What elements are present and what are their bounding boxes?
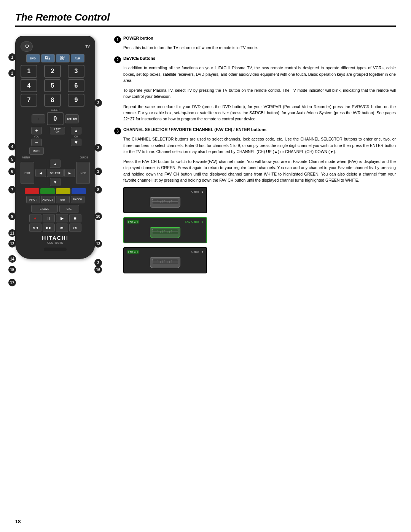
annotation-5: 5 bbox=[8, 155, 16, 163]
ff-button[interactable]: ▶▶ bbox=[43, 224, 55, 232]
sat-cbl-button[interactable]: SAT CBL bbox=[56, 54, 70, 62]
ch-label: CH bbox=[74, 135, 78, 138]
section-1-num: 1 bbox=[114, 36, 121, 43]
tv-screenshots: Cable 6 ⌇⌇⌇⌇⌇⌇⌇ bbox=[123, 187, 396, 273]
enter-button[interactable]: ENTER bbox=[65, 114, 79, 123]
nav-down-button[interactable]: ▼ bbox=[50, 178, 61, 186]
tv-screen-2-num: 6 bbox=[202, 220, 203, 224]
annotation-3b: 3 bbox=[94, 144, 102, 152]
num1-button[interactable]: 1 bbox=[21, 65, 37, 78]
avr-button[interactable]: AVR bbox=[71, 54, 84, 62]
next-button[interactable]: ⏭ bbox=[69, 224, 81, 232]
fav-ch-button[interactable]: FAV CH bbox=[71, 196, 84, 203]
nav-outer: ▲ ◄ SELECT ► ▼ bbox=[35, 160, 75, 186]
annotation-3a: 3 bbox=[94, 99, 102, 107]
num6-button[interactable]: 6 bbox=[68, 79, 84, 92]
tv-screen-2: FAV CH FAV Cable 6 ⌇⌇⌇⌇⌇⌇⌇ bbox=[123, 217, 207, 243]
annotation-4: 4 bbox=[8, 143, 16, 150]
ch-down-button[interactable]: ▼ bbox=[71, 139, 81, 146]
right-column: 1 POWER button Press this button to turn… bbox=[114, 36, 396, 279]
select-button[interactable]: SELECT bbox=[47, 169, 64, 177]
nav-right-button[interactable]: ► bbox=[64, 169, 75, 177]
section-1-title: 1 POWER button bbox=[114, 36, 396, 43]
pip-button[interactable]: ⊕/⊗ bbox=[56, 196, 70, 203]
hdmi-connector-2: ⌇⌇⌇⌇⌇⌇⌇ bbox=[150, 227, 180, 238]
colored-btns-row bbox=[21, 188, 90, 194]
play-button[interactable]: ▶ bbox=[56, 214, 68, 222]
esave-button[interactable]: E.SAVE bbox=[31, 205, 58, 212]
nav-section: EXIT ▲ ◄ SELECT ► ▼ INFO bbox=[21, 160, 90, 186]
vol-minus-button[interactable]: – bbox=[31, 139, 42, 146]
page-title: The Remote Control bbox=[15, 11, 110, 23]
mute-button[interactable]: MUTE bbox=[29, 147, 44, 155]
color-btn-green[interactable] bbox=[40, 188, 55, 194]
brand-model: CLU-4984S bbox=[21, 241, 90, 244]
rew-button[interactable]: ◄◄ bbox=[29, 224, 41, 232]
section-1-text: Press this button to turn the TV set on … bbox=[123, 45, 396, 51]
vol-ch-section: + VOL – MUTE LAST CH ▲ CH ▼ bbox=[21, 127, 90, 155]
tv-screen-2-label: FAV Cable bbox=[185, 220, 199, 224]
power-button[interactable]: ⏻ bbox=[21, 41, 33, 52]
stop-button[interactable]: ■ bbox=[69, 214, 81, 222]
annotation-11: 11 bbox=[8, 229, 16, 237]
exit-button[interactable]: EXIT bbox=[21, 162, 34, 184]
num5-button[interactable]: 5 bbox=[44, 79, 61, 92]
section-3: 3 CHANNEL SELECTOR / FAVORITE CHANNEL (F… bbox=[114, 127, 396, 273]
cc-button[interactable]: C.C. bbox=[59, 205, 79, 212]
ch-up-button[interactable]: ▲ bbox=[71, 127, 81, 134]
section-2-body: In addition to controlling all the funct… bbox=[123, 65, 396, 122]
annotation-7: 7 bbox=[8, 186, 16, 193]
section-1-body: Press this button to turn the TV set on … bbox=[123, 45, 396, 51]
annotation-2: 2 bbox=[8, 69, 16, 77]
sleep-row: SLEEP bbox=[21, 109, 90, 111]
num4-button[interactable]: 4 bbox=[21, 79, 37, 92]
tv-screen-1: Cable 6 ⌇⌇⌇⌇⌇⌇⌇ bbox=[123, 187, 207, 213]
tv-screen-2-connector: ⌇⌇⌇⌇⌇⌇⌇ bbox=[127, 225, 203, 240]
ch-block: ▲ CH ▼ bbox=[68, 127, 84, 155]
section-3-body: The CHANNEL SELECTOR buttons are used to… bbox=[123, 136, 396, 273]
record-button[interactable]: ● bbox=[29, 214, 41, 222]
num0-button[interactable]: 0 bbox=[47, 112, 64, 125]
num3-button[interactable]: 3 bbox=[68, 65, 84, 78]
tv-screen-3: FAV CH Cable 6 ⌇⌇⌇⌇⌇⌇⌇ bbox=[123, 247, 207, 273]
hdmi-connector-3: ⌇⌇⌇⌇⌇⌇⌇ bbox=[150, 257, 180, 268]
color-btn-red[interactable] bbox=[25, 188, 39, 194]
pvr-vcr-button[interactable]: PVR VCR bbox=[41, 54, 55, 62]
pause-button[interactable]: ⏸ bbox=[43, 214, 55, 222]
annotation-3d: 3 bbox=[94, 259, 102, 267]
dvd-button[interactable]: DVD bbox=[26, 54, 40, 62]
section-3-title: 3 CHANNEL SELECTOR / FAVORITE CHANNEL (F… bbox=[114, 127, 396, 134]
dash-button[interactable]: – bbox=[32, 114, 45, 123]
tv-screen-1-connector: ⌇⌇⌇⌇⌇⌇⌇ bbox=[127, 195, 203, 210]
annotation-10: 10 bbox=[94, 212, 102, 220]
nav-left-button[interactable]: ◄ bbox=[35, 169, 46, 177]
annotation-12: 12 bbox=[8, 240, 16, 248]
num7-button[interactable]: 7 bbox=[21, 94, 37, 107]
info-button[interactable]: INFO bbox=[76, 162, 90, 184]
section-2-title: 2 DEVICE buttons bbox=[114, 56, 396, 63]
num8-button[interactable]: 8 bbox=[44, 94, 61, 107]
section-3-text1: The CHANNEL SELECTOR buttons are used to… bbox=[123, 136, 396, 155]
prev-button[interactable]: ⏮ bbox=[56, 224, 68, 232]
color-btn-blue[interactable] bbox=[72, 188, 86, 194]
brand-name: HITACHI bbox=[21, 235, 90, 241]
tv-label: TV bbox=[85, 45, 90, 48]
top-row: ⏻ TV bbox=[21, 41, 90, 52]
nav-up-button[interactable]: ▲ bbox=[50, 160, 61, 168]
section-3-heading: CHANNEL SELECTOR / FAVORITE CHANNEL (FAV… bbox=[123, 127, 266, 132]
section-3-num: 3 bbox=[114, 128, 121, 134]
tv-screen-2-tag: FAV CH bbox=[127, 220, 139, 224]
hdmi-connector-1: ⌇⌇⌇⌇⌇⌇⌇ bbox=[150, 197, 180, 208]
num9-button[interactable]: 9 bbox=[68, 94, 84, 107]
section-3-text2: Press the FAV CH button to switch to Fav… bbox=[123, 158, 396, 183]
last-ch-button[interactable]: LAST CH bbox=[50, 127, 65, 134]
color-btn-yellow[interactable] bbox=[56, 188, 70, 194]
vol-plus-button[interactable]: + bbox=[31, 127, 42, 134]
section-1: 1 POWER button Press this button to turn… bbox=[114, 36, 396, 51]
menu-guide-row: MENU GUIDE bbox=[21, 156, 90, 159]
num2-button[interactable]: 2 bbox=[44, 65, 61, 78]
input-button[interactable]: INPUT bbox=[26, 196, 40, 203]
aspect-button[interactable]: ASPECT bbox=[41, 196, 55, 203]
page-title-bar: The Remote Control bbox=[15, 11, 396, 27]
section-2-heading: DEVICE buttons bbox=[123, 56, 155, 61]
